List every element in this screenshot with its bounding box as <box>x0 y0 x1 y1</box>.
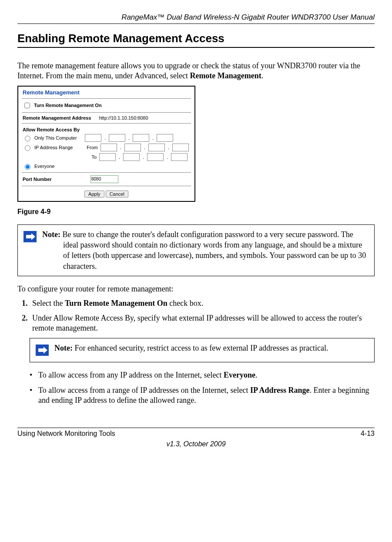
bullet-2: To allow access from a range of IP addre… <box>30 385 375 406</box>
step-2: Under Allow Remote Access By, specify wh… <box>30 313 375 334</box>
footer-version: v1.3, October 2009 <box>17 440 375 448</box>
footer-divider <box>17 428 375 428</box>
button-row: Apply Cancel <box>18 188 194 198</box>
octet-input[interactable] <box>85 134 101 142</box>
note-body: Be sure to change the router's default c… <box>62 230 366 271</box>
only-this-row: Only This Computer . . . <box>18 133 194 143</box>
intro-bold: Remote Management <box>190 71 261 80</box>
note-box-2: Note: For enhanced security, restrict ac… <box>30 338 375 362</box>
panel-divider <box>22 172 191 173</box>
steps-list: Select the Turn Remote Management On che… <box>17 298 375 333</box>
port-input[interactable] <box>90 175 118 183</box>
address-row: Remote Management Address http://10.1.10… <box>18 114 194 121</box>
only-this-label: Only This Computer <box>34 135 82 141</box>
b1-bold: Everyone <box>224 371 255 379</box>
ip-range-radio[interactable] <box>25 145 30 151</box>
allow-section-label: Allow Remote Access By <box>18 125 194 133</box>
intro-paragraph: The remote management feature allows you… <box>17 61 375 81</box>
octet-input[interactable] <box>124 144 141 151</box>
everyone-label: Everyone <box>34 164 54 169</box>
figure-caption: Figure 4-9 <box>17 208 375 216</box>
octet-input[interactable] <box>99 153 116 161</box>
header-divider <box>17 23 375 24</box>
address-value: http://10.1.10.150:8080 <box>99 115 148 120</box>
panel-divider <box>22 186 191 186</box>
footer-left: Using Network Monitoring Tools <box>17 430 115 438</box>
octet-input[interactable] <box>109 134 125 142</box>
arrow-icon <box>18 225 42 276</box>
section-heading: Enabling Remote Management Access <box>17 32 375 45</box>
bullet-list: To allow access from any IP address on t… <box>30 370 375 406</box>
footer: Using Network Monitoring Tools 4-13 v1.3… <box>17 428 375 448</box>
step-1: Select the Turn Remote Management On che… <box>30 298 375 308</box>
to-label: To <box>84 154 97 160</box>
octet-input[interactable] <box>123 153 140 161</box>
footer-page: 4-13 <box>361 430 375 438</box>
note-box-1: Note: Be sure to change the router's def… <box>17 224 375 276</box>
cancel-button[interactable]: Cancel <box>106 191 128 197</box>
panel-divider <box>22 123 191 124</box>
ip-range-label: IP Address Range <box>34 145 82 150</box>
panel-divider <box>22 98 191 99</box>
port-row: Port Number <box>18 174 194 184</box>
turn-on-checkbox[interactable] <box>24 103 30 108</box>
intro-text-a: The remote management feature allows you… <box>17 61 360 80</box>
from-label: From <box>85 145 98 150</box>
remote-management-screenshot: Remote Management Turn Remote Management… <box>17 86 195 202</box>
b2-a: To allow access from a range of IP addre… <box>38 386 250 395</box>
panel-title: Remote Management <box>18 87 194 97</box>
octet-input[interactable] <box>157 134 173 142</box>
everyone-row: Everyone <box>18 162 194 171</box>
bullet-1: To allow access from any IP address on t… <box>30 370 375 380</box>
step1-b: check box. <box>168 299 203 308</box>
b1-a: To allow access from any IP address on t… <box>38 371 224 379</box>
note-label: Note: <box>54 344 74 352</box>
b1-b: . <box>255 371 258 379</box>
octet-input[interactable] <box>172 144 189 151</box>
step1-bold: Turn Remote Management On <box>65 299 168 308</box>
everyone-radio[interactable] <box>25 164 30 170</box>
doc-header: RangeMax™ Dual Band Wireless-N Gigabit R… <box>17 13 375 22</box>
panel-divider <box>22 112 191 113</box>
octet-input[interactable] <box>147 153 164 161</box>
address-label: Remote Management Address <box>23 115 91 120</box>
only-this-radio[interactable] <box>25 136 30 141</box>
octet-input[interactable] <box>133 134 149 142</box>
note-text-1: Note: Be sure to change the router's def… <box>42 225 374 276</box>
octet-input[interactable] <box>148 144 165 151</box>
ip-range-to-row: To . . . <box>18 152 194 162</box>
turn-on-label: Turn Remote Management On <box>34 103 102 108</box>
step1-a: Select the <box>32 299 65 308</box>
apply-button[interactable]: Apply <box>84 191 104 197</box>
ip-range-row: IP Address Range From . . . <box>18 143 194 152</box>
octet-input[interactable] <box>101 144 117 151</box>
note-label: Note: <box>42 230 62 239</box>
turn-on-row: Turn Remote Management On <box>18 100 194 110</box>
note-text-2: Note: For enhanced security, restrict ac… <box>54 338 374 362</box>
config-intro: To configure your router for remote mana… <box>17 284 375 294</box>
arrow-icon <box>30 338 54 362</box>
port-label: Port Number <box>23 177 88 182</box>
b2-bold: IP Address Range <box>250 386 310 395</box>
note-body: For enhanced security, restrict access t… <box>74 344 328 352</box>
octet-input[interactable] <box>171 153 188 161</box>
intro-text-b: . <box>261 71 264 80</box>
heading-divider <box>17 47 375 48</box>
